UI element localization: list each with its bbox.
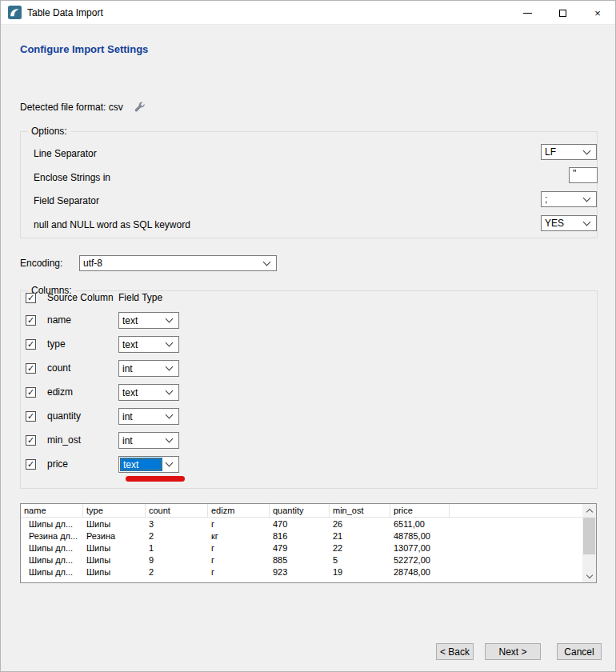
title-bar: Table Data Import × bbox=[1, 1, 615, 25]
scroll-up-arrow-icon[interactable] bbox=[582, 504, 596, 517]
col-header-filler bbox=[450, 504, 596, 517]
next-button[interactable]: Next > bbox=[485, 643, 541, 660]
column-name: min_ost bbox=[47, 432, 81, 449]
enclose-strings-label: Enclose Strings in bbox=[34, 171, 110, 184]
col-header[interactable]: price bbox=[390, 504, 450, 517]
maximize-button[interactable] bbox=[545, 1, 580, 25]
select-all-checkbox[interactable] bbox=[26, 293, 36, 303]
red-underline-annotation bbox=[126, 476, 185, 482]
enclose-strings-input[interactable] bbox=[569, 167, 598, 183]
col-header[interactable]: quantity bbox=[270, 504, 330, 517]
chevron-down-icon bbox=[166, 315, 174, 323]
encoding-combo[interactable]: utf-8 bbox=[79, 255, 277, 271]
chevron-down-icon bbox=[583, 194, 591, 202]
preview-table-header: name type count edizm quantity min_ost p… bbox=[21, 504, 596, 518]
chevron-down-icon bbox=[583, 146, 591, 154]
field-type-combo-selected[interactable]: text bbox=[118, 456, 179, 473]
cancel-button[interactable]: Cancel bbox=[557, 643, 602, 660]
detected-format-label: Detected file format: csv bbox=[20, 102, 123, 113]
null-keyword-combo[interactable]: YES bbox=[541, 215, 597, 231]
page-title: Configure Import Settings bbox=[20, 43, 148, 55]
table-data-import-dialog: Table Data Import × Configure Import Set… bbox=[0, 0, 616, 672]
minimize-button[interactable] bbox=[510, 1, 545, 25]
chevron-down-icon bbox=[263, 258, 271, 266]
table-row[interactable]: Резина дл...Резина2кг8162148785,00 bbox=[21, 530, 596, 542]
column-checkbox[interactable] bbox=[26, 459, 36, 470]
line-separator-label: Line Separator bbox=[34, 147, 97, 160]
column-name: type bbox=[47, 336, 66, 353]
column-name: name bbox=[47, 312, 71, 329]
source-column-header: Source Column bbox=[47, 293, 114, 303]
field-type-header: Field Type bbox=[118, 293, 162, 303]
close-button[interactable]: × bbox=[580, 1, 615, 25]
column-checkbox[interactable] bbox=[26, 435, 36, 446]
null-keyword-label: null and NULL word as SQL keyword bbox=[34, 218, 190, 231]
column-row-quantity: quantity int bbox=[21, 408, 597, 425]
chevron-down-icon bbox=[166, 435, 174, 443]
field-separator-label: Field Separator bbox=[34, 194, 99, 207]
field-type-combo[interactable]: int bbox=[118, 408, 179, 425]
field-type-combo[interactable]: text bbox=[118, 312, 179, 329]
column-row-type: type text bbox=[21, 336, 597, 353]
column-row-name: name text bbox=[21, 312, 597, 329]
table-row[interactable]: Шипы дл...Шипы3г470266511,00 bbox=[21, 518, 596, 530]
line-separator-combo[interactable]: LF bbox=[541, 144, 597, 160]
column-checkbox[interactable] bbox=[26, 411, 36, 422]
column-name: price bbox=[47, 456, 68, 473]
preview-table: name type count edizm quantity min_ost p… bbox=[20, 503, 597, 583]
options-group-label: Options: bbox=[28, 126, 70, 137]
minimize-icon bbox=[523, 13, 532, 14]
maximize-icon bbox=[559, 10, 566, 17]
wrench-icon[interactable] bbox=[133, 100, 146, 114]
column-name: count bbox=[47, 360, 70, 377]
column-checkbox[interactable] bbox=[26, 363, 36, 374]
window-controls: × bbox=[510, 1, 615, 25]
scrollbar-thumb[interactable] bbox=[583, 518, 595, 554]
chevron-down-icon bbox=[166, 411, 174, 419]
mysql-workbench-icon bbox=[8, 6, 22, 19]
chevron-down-icon bbox=[583, 218, 591, 226]
chevron-down-icon bbox=[166, 363, 174, 371]
columns-header-row: Source Column Field Type bbox=[21, 292, 597, 309]
chevron-down-icon bbox=[166, 459, 174, 467]
options-group: Options: Line Separator Enclose Strings … bbox=[20, 131, 598, 238]
column-row-min-ost: min_ost int bbox=[21, 432, 597, 449]
field-type-combo[interactable]: int bbox=[118, 360, 179, 377]
col-header[interactable]: count bbox=[146, 504, 208, 517]
column-checkbox[interactable] bbox=[26, 339, 36, 350]
column-name: quantity bbox=[47, 408, 81, 425]
field-separator-combo[interactable]: ; bbox=[541, 191, 597, 207]
field-type-combo[interactable]: text bbox=[118, 384, 179, 401]
field-type-combo[interactable]: int bbox=[118, 432, 179, 449]
col-header[interactable]: type bbox=[83, 504, 146, 517]
table-row[interactable]: Шипы дл...Шипы2г9231928748,00 bbox=[21, 566, 596, 578]
column-checkbox[interactable] bbox=[26, 315, 36, 326]
col-header[interactable]: name bbox=[21, 504, 83, 517]
table-row[interactable]: Шипы дл...Шипы9г885552272,00 bbox=[21, 554, 596, 566]
back-button[interactable]: < Back bbox=[436, 643, 474, 660]
column-checkbox[interactable] bbox=[26, 387, 36, 398]
column-row-edizm: edizm text bbox=[21, 384, 597, 401]
table-row[interactable]: Шипы дл...Шипы1г4792213077,00 bbox=[21, 542, 596, 554]
columns-group: Columns: Source Column Field Type name t… bbox=[20, 290, 598, 489]
col-header[interactable]: min_ost bbox=[330, 504, 390, 517]
column-row-count: count int bbox=[21, 360, 597, 377]
chevron-down-icon bbox=[166, 339, 174, 347]
scroll-down-arrow-icon[interactable] bbox=[582, 570, 596, 582]
chevron-down-icon bbox=[166, 387, 174, 395]
column-name: edizm bbox=[47, 384, 73, 401]
vertical-scrollbar[interactable] bbox=[582, 504, 596, 582]
field-type-combo[interactable]: text bbox=[118, 336, 179, 353]
close-icon: × bbox=[594, 8, 601, 18]
column-row-price: price text bbox=[21, 456, 597, 473]
detected-format-row: Detected file format: csv bbox=[20, 100, 146, 114]
window-title: Table Data Import bbox=[27, 7, 103, 18]
encoding-label: Encoding: bbox=[20, 258, 62, 269]
col-header[interactable]: edizm bbox=[208, 504, 270, 517]
